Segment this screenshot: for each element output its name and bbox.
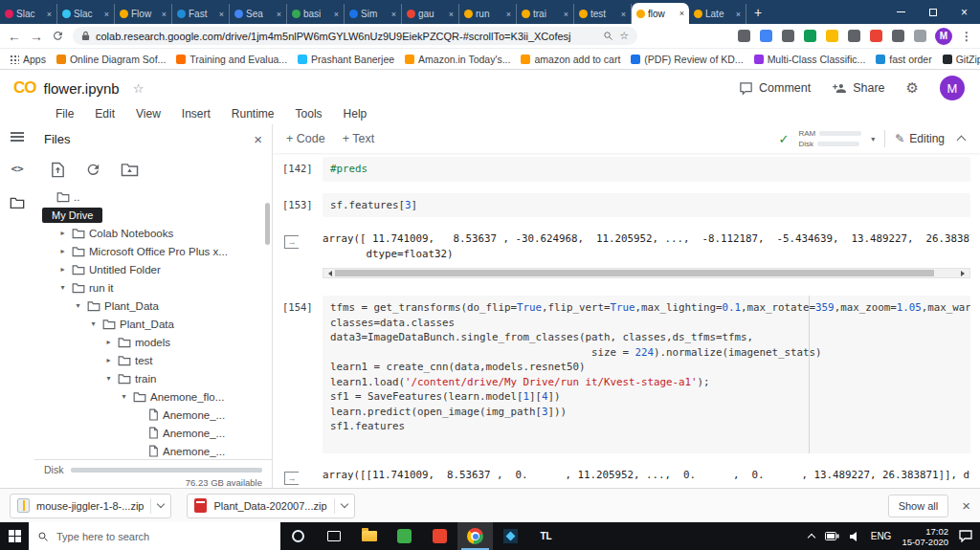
browser-tab[interactable]: Late× [689,4,746,24]
language-indicator[interactable]: ENG [871,531,892,541]
file-tree-item[interactable]: ▸test [34,351,272,369]
file-tree-item[interactable]: Anemone_... [34,442,272,459]
browser-tab[interactable]: basi× [287,4,345,24]
menu-item-view[interactable]: View [136,107,161,121]
browser-tab[interactable]: Slac× [57,4,115,24]
chevron-down-icon[interactable]: ▾ [119,392,129,401]
browser-tab[interactable]: Fast× [172,4,230,24]
resources-caret-icon[interactable]: ▾ [871,135,875,143]
extension-icon[interactable] [804,30,816,42]
menu-item-file[interactable]: File [56,107,74,121]
tab-close-icon[interactable]: × [621,10,626,19]
bookmark-item[interactable]: amazon add to cart [521,54,620,65]
comment-button[interactable]: Comment [739,81,811,96]
chevron-right-icon[interactable]: ▸ [103,338,114,346]
cell-code-editor[interactable]: #preds [323,157,970,182]
close-button[interactable]: × [948,0,980,24]
share-button[interactable]: Share [832,81,884,96]
browser-tab[interactable]: flow× [632,3,689,24]
file-tree-item[interactable]: ▸Colab Notebooks [34,224,272,242]
browser-tab[interactable]: Slac× [0,4,57,24]
file-tree-item[interactable]: ▸Untitled Folder [34,260,272,278]
file-tree-item[interactable]: ▾Plant_Data [34,315,272,333]
extension-icon[interactable] [892,30,904,42]
bookmark-item[interactable]: (PDF) Review of KD... [631,54,743,65]
user-avatar[interactable]: M [940,76,965,100]
refresh-icon[interactable] [85,162,101,178]
bookmark-item[interactable]: fast order [876,54,931,65]
browser-tab[interactable]: run× [459,4,517,24]
bookmark-item[interactable]: GitZip [943,54,980,65]
table-of-contents-icon[interactable] [11,132,24,142]
tree-scrollbar[interactable] [265,203,270,245]
chevron-right-icon[interactable]: ▸ [103,356,114,364]
bookmark-item[interactable]: Amazon.in Today's... [405,54,510,65]
tab-close-icon[interactable]: × [47,10,52,19]
extension-icon[interactable] [782,30,794,42]
collapse-toolbar-icon[interactable] [957,136,967,145]
forward-button[interactable]: → [30,30,43,43]
new-tab-button[interactable]: + [754,5,762,20]
file-tree-item[interactable]: ▾run it [34,278,272,297]
volume-icon[interactable] [850,532,860,541]
chevron-down-icon[interactable]: ▾ [57,283,68,292]
tab-close-icon[interactable]: × [277,10,281,19]
tab-close-icon[interactable]: × [449,10,454,19]
start-button[interactable] [0,522,29,550]
tray-expand-icon[interactable] [807,534,814,541]
taskbar-app-tl-app[interactable]: TL [528,522,564,550]
menu-item-insert[interactable]: Insert [182,107,211,121]
star-icon[interactable]: ☆ [133,81,145,96]
tab-close-icon[interactable]: × [564,10,568,19]
menu-item-tools[interactable]: Tools [296,107,323,121]
ram-disk-indicator[interactable]: RAM Disk [798,129,861,148]
colab-logo[interactable]: CO [13,78,36,98]
chevron-right-icon[interactable]: ▸ [57,265,68,274]
menu-item-runtime[interactable]: Runtime [232,107,275,121]
notebook-title[interactable]: flower.ipynb [44,80,120,97]
extension-icon[interactable] [760,30,772,42]
file-tree-item[interactable]: ▸Microsoft Office Pro Plus x... [34,242,272,260]
menu-item-help[interactable]: Help [344,107,368,121]
browser-tab[interactable]: Sim× [345,4,402,24]
show-all-button[interactable]: Show all [888,495,949,517]
file-tree-item[interactable]: ▾train [34,369,272,387]
extension-icon[interactable] [826,30,838,42]
upload-icon[interactable] [50,162,66,178]
file-tree-item[interactable]: .. [34,187,272,206]
chevron-down-icon[interactable] [157,500,165,508]
tab-close-icon[interactable]: × [219,10,224,19]
site-info-lock-icon[interactable] [81,31,90,41]
taskbar-app-file-explorer[interactable] [351,522,387,550]
chevron-down-icon[interactable]: ▾ [103,374,114,383]
bookmark-item[interactable]: Multi-Class Classific... [754,54,866,65]
file-tree-item[interactable]: Anemone_... [34,424,272,442]
scrollbar-thumb[interactable] [335,270,934,276]
browser-tab[interactable]: test× [574,4,632,24]
rail-folder-icon[interactable] [10,196,25,209]
cell-code-editor[interactable]: sf.features[3] [323,193,970,218]
code-cell[interactable]: [153]sf.features[3] [282,193,970,218]
scroll-right-arrow[interactable] [959,271,969,276]
tab-close-icon[interactable]: × [334,10,339,19]
taskbar-app-cortana[interactable] [280,522,316,550]
files-close-icon[interactable]: × [254,131,262,147]
extension-icon[interactable] [848,30,860,42]
taskbar-app-green-app[interactable] [387,522,422,550]
browser-tab[interactable]: gau× [402,4,459,24]
taskbar-search[interactable]: Type here to search [29,522,280,550]
maximize-button[interactable] [917,0,948,24]
output-horizontal-scrollbar[interactable] [282,268,970,278]
code-cell[interactable]: [154]tfms = get_transforms(do_flip=True,… [282,296,970,453]
file-tree-item[interactable]: ▾Anemone_flo... [34,387,272,406]
menu-item-edit[interactable]: Edit [95,107,115,121]
bookmark-item[interactable]: Apps [10,54,46,65]
notification-center-icon[interactable] [959,530,972,542]
file-tree-item[interactable]: My Drive [34,206,272,224]
code-snippets-icon[interactable]: <> [11,163,23,175]
chevron-down-icon[interactable] [340,500,347,508]
zoom-icon[interactable] [603,31,613,41]
extension-icon[interactable] [870,30,882,42]
chevron-down-icon[interactable]: ▾ [88,319,99,328]
file-tree-item[interactable]: ▸models [34,333,272,351]
